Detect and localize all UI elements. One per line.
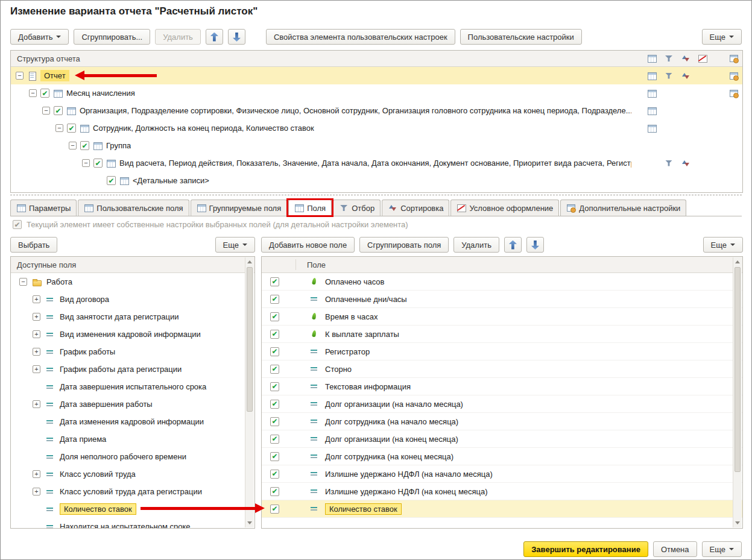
field-move-down-button[interactable] (526, 237, 544, 253)
field-checkbox[interactable] (270, 365, 279, 374)
structure-icon[interactable] (647, 54, 657, 63)
delete-button[interactable]: Удалить (155, 29, 201, 45)
row-checkbox[interactable] (67, 124, 76, 133)
selected-field-row[interactable]: Излишне удержано НДФЛ (на начало месяца) (262, 465, 742, 483)
available-field-item[interactable]: Дата приема (11, 430, 254, 448)
tab-filter[interactable]: Отбор (333, 200, 381, 216)
finish-editing-button[interactable]: Завершить редактирование (523, 541, 648, 557)
structure-row-grouping[interactable]: Сотрудник, Должность на конец периода, К… (11, 119, 742, 137)
available-field-item[interactable]: График работы дата регистрации (11, 360, 254, 378)
move-up-button[interactable] (206, 29, 223, 45)
selected-field-row[interactable]: Долг сотрудника (на конец месяца) (262, 448, 742, 465)
tree-expand-icon[interactable] (33, 470, 40, 478)
tree-collapse-icon[interactable] (82, 159, 90, 167)
sort-icon[interactable] (681, 159, 690, 168)
tab-grouped-fields[interactable]: Группируемые поля (191, 200, 288, 216)
scroll-down-button[interactable] (733, 518, 742, 527)
field-checkbox[interactable] (270, 417, 279, 426)
available-field-item[interactable]: Дата изменения кадровой информации (11, 413, 254, 430)
scrollbar-thumb[interactable] (247, 267, 253, 412)
filter-icon[interactable] (664, 71, 674, 81)
available-field-item[interactable]: Дата завершения испытательного срока (11, 378, 254, 395)
structure-icon[interactable] (647, 124, 657, 133)
field-checkbox[interactable] (270, 382, 279, 391)
row-checkbox[interactable] (93, 159, 103, 168)
tree-collapse-icon[interactable] (55, 124, 63, 132)
selected-field-row[interactable]: Текстовая информация (262, 378, 742, 395)
move-down-button[interactable] (228, 29, 245, 45)
tree-expand-icon[interactable] (33, 295, 40, 303)
selected-field-row[interactable]: Оплачено часов (262, 273, 742, 291)
tree-expand-icon[interactable] (33, 365, 40, 373)
tab-sorting[interactable]: Сортировка (382, 200, 449, 216)
structure-icon[interactable] (647, 71, 657, 81)
tree-collapse-icon[interactable] (19, 278, 27, 286)
output-settings-icon[interactable] (729, 71, 739, 81)
selected-field-row[interactable]: Излишне удержано НДФЛ (на конец месяца) (262, 483, 742, 500)
available-field-item[interactable]: Вид занятости дата регистрации (11, 308, 254, 326)
user-settings-item-properties-button[interactable]: Свойства элемента пользовательских настр… (266, 29, 455, 45)
add-button[interactable]: Добавить (10, 29, 69, 45)
available-scrollbar[interactable] (245, 257, 254, 527)
group-fields-button[interactable]: Сгруппировать поля (359, 237, 449, 253)
sort-icon[interactable] (681, 71, 690, 81)
available-more-button[interactable]: Еще (215, 237, 255, 253)
group-button[interactable]: Сгруппировать... (74, 29, 150, 45)
tab-user-fields[interactable]: Пользовательские поля (78, 200, 189, 216)
sort-icon[interactable] (681, 54, 690, 63)
select-field-button[interactable]: Выбрать (10, 237, 57, 253)
field-checkbox[interactable] (270, 487, 279, 496)
structure-row-detail-records[interactable]: <Детальные записи> (11, 172, 742, 189)
row-checkbox[interactable] (54, 106, 63, 115)
selected-field-row[interactable]: Долг организации (на конец месяца) (262, 430, 742, 448)
available-field-item[interactable]: График работы (11, 343, 254, 360)
own-settings-checkbox[interactable] (13, 220, 22, 229)
field-checkbox[interactable] (270, 277, 279, 286)
tree-expand-icon[interactable] (33, 488, 40, 496)
structure-row-grouping[interactable]: Вид расчета, Период действия, Показатель… (11, 154, 742, 172)
tree-expand-icon[interactable] (33, 330, 40, 338)
field-checkbox[interactable] (270, 470, 279, 479)
field-checkbox[interactable] (270, 505, 279, 514)
selected-field-row[interactable]: Оплаченные дни/часы (262, 291, 742, 308)
selected-field-row[interactable]: Долг сотрудника (на начало месяца) (262, 413, 742, 430)
scroll-down-button[interactable] (245, 518, 254, 527)
toolbar-more-button[interactable]: Еще (702, 29, 742, 45)
selected-field-row[interactable]: К выплате зарплаты (262, 326, 742, 343)
user-settings-button[interactable]: Пользовательские настройки (460, 29, 582, 45)
field-checkbox[interactable] (270, 312, 279, 321)
selected-scrollbar[interactable] (733, 257, 742, 527)
conditional-appearance-icon[interactable] (698, 54, 707, 63)
tree-collapse-icon[interactable] (16, 72, 24, 80)
field-checkbox[interactable] (270, 452, 279, 461)
delete-field-button[interactable]: Удалить (453, 237, 499, 253)
selected-more-button[interactable]: Еще (703, 237, 743, 253)
selected-field-row[interactable]: Долг организации (на начало месяца) (262, 395, 742, 413)
structure-row-grouping[interactable]: Группа (11, 137, 742, 154)
scrollbar-thumb[interactable] (735, 267, 741, 472)
structure-icon[interactable] (647, 106, 657, 116)
available-field-item[interactable]: Класс условий труда (11, 465, 254, 483)
selected-field-row[interactable]: Регистратор (262, 343, 742, 360)
row-checkbox[interactable] (80, 141, 89, 150)
selected-field-row[interactable]: Сторно (262, 360, 742, 378)
tree-expand-icon[interactable] (33, 348, 40, 356)
available-field-item[interactable]: Находится на испытательном сроке (11, 518, 254, 529)
scroll-up-button[interactable] (245, 257, 254, 266)
structure-icon[interactable] (647, 89, 657, 98)
tab-parameters[interactable]: Параметры (10, 200, 77, 216)
selected-field-row[interactable]: Время в часах (262, 308, 742, 326)
available-field-item[interactable]: Вид изменения кадровой информации (11, 326, 254, 343)
scroll-up-button[interactable] (733, 257, 742, 266)
selected-field-row-selected[interactable]: Количество ставок (262, 500, 742, 518)
filter-icon[interactable] (664, 159, 674, 168)
field-checkbox[interactable] (270, 330, 279, 339)
field-move-up-button[interactable] (504, 237, 522, 253)
available-field-item[interactable]: Класс условий труда дата регистрации (11, 483, 254, 500)
output-settings-icon[interactable] (729, 89, 739, 98)
tab-fields[interactable]: Поля (288, 200, 332, 216)
tree-collapse-icon[interactable] (69, 142, 77, 149)
available-field-item[interactable]: Работа (11, 273, 254, 291)
structure-row-grouping[interactable]: Организация, Подразделение сортировки, Ф… (11, 102, 742, 119)
structure-row-report[interactable]: Отчет (11, 67, 742, 84)
